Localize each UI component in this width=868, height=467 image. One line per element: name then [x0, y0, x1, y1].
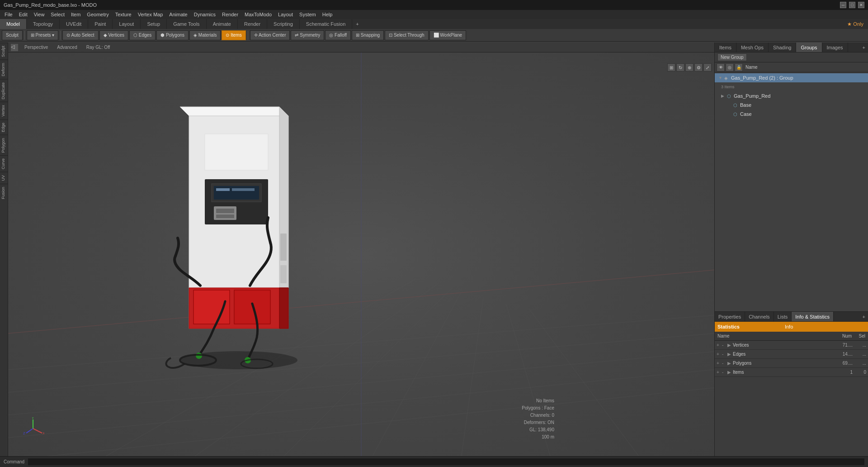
presets-button[interactable]: ⊞ Presets ▾ [27, 30, 58, 40]
stats-tri-polygons[interactable]: ▶ [727, 361, 733, 366]
tab-layout[interactable]: Layout [113, 19, 141, 29]
tab-setup[interactable]: Setup [141, 19, 167, 29]
right-tab-groups[interactable]: Groups [796, 43, 822, 52]
menu-file[interactable]: File [2, 11, 15, 18]
menu-render[interactable]: Render [219, 11, 241, 18]
sidebar-tab-curve[interactable]: Curve [0, 155, 8, 172]
menu-geometry[interactable]: Geometry [84, 11, 111, 18]
tab-uvedit[interactable]: UVEdit [60, 19, 88, 29]
minimize-button[interactable]: ─ [840, 2, 846, 8]
stats-plus-items[interactable]: + [717, 370, 722, 375]
tree-item-case[interactable]: ⬡ Case [715, 110, 868, 119]
stats-tri-vertices[interactable]: ▶ [727, 343, 733, 348]
viewport-nav-left[interactable]: ◁ [11, 44, 18, 51]
stats-plus-polygons[interactable]: + [717, 361, 722, 366]
polygons-button[interactable]: ⬢ Polygons [156, 30, 189, 40]
scene-area[interactable]: X Y Z ⊞ ↻ ⊕ ⚙ ⤢ No Items Polygons : Face… [8, 52, 714, 456]
auto-select-button[interactable]: ⊙ Auto Select [62, 30, 98, 40]
viewport-header: ◁ Perspective Advanced Ray GL: Off [8, 43, 714, 52]
group-icon-eye[interactable]: 👁 [717, 63, 725, 71]
vp-zoom-icon[interactable]: ⊕ [685, 63, 693, 71]
bottom-tab-channels[interactable]: Channels [745, 312, 774, 321]
tree-item-gas-pump-group[interactable]: ▼ ◈ Gas_Pump_Red (2) : Group [715, 73, 868, 82]
vp-refresh-icon[interactable]: ↻ [676, 63, 684, 71]
right-tab-add[interactable]: + [860, 43, 868, 52]
tab-render[interactable]: Render [238, 19, 267, 29]
maximize-button[interactable]: □ [849, 2, 855, 8]
stats-tri-items[interactable]: ▶ [727, 370, 733, 375]
viewport-ray-gl[interactable]: Ray GL: Off [84, 44, 113, 51]
new-group-button[interactable]: New Group [717, 53, 747, 61]
right-tab-items[interactable]: Items [715, 43, 736, 52]
right-tab-mesh-ops[interactable]: Mesh Ops [736, 43, 769, 52]
stats-dash-edges[interactable]: - [722, 352, 727, 357]
stats-plus-edges[interactable]: + [717, 352, 722, 357]
tree-item-base[interactable]: ⬡ Base [715, 100, 868, 110]
menu-item[interactable]: Item [68, 11, 83, 18]
vp-settings-icon[interactable]: ⚙ [694, 63, 703, 71]
menu-dynamics[interactable]: Dynamics [191, 11, 218, 18]
menu-vertex-map[interactable]: Vertex Map [135, 11, 166, 18]
menu-animate[interactable]: Animate [166, 11, 190, 18]
falloff-button[interactable]: ◎ Falloff [325, 30, 351, 40]
svg-line-39 [26, 429, 33, 433]
sidebar-tab-edge[interactable]: Edge [0, 119, 8, 135]
menu-help[interactable]: Help [320, 11, 335, 18]
sidebar-tab-fusion[interactable]: Fusion [0, 184, 8, 202]
menu-system[interactable]: System [297, 11, 319, 18]
sidebar-tab-uv[interactable]: UV [0, 172, 8, 184]
menu-select[interactable]: Select [48, 11, 67, 18]
tree-item-gas-pump-red[interactable]: ▶ ⬡ Gas_Pump_Red [715, 91, 868, 100]
symmetry-button[interactable]: ⇌ Symmetry [291, 30, 324, 40]
menu-edit[interactable]: Edit [16, 11, 30, 18]
materials-button[interactable]: ◈ Materials [189, 30, 221, 40]
menu-texture[interactable]: Texture [113, 11, 134, 18]
group-icon-render[interactable]: ◎ [726, 63, 734, 71]
stats-dash-items[interactable]: - [722, 370, 727, 375]
tab-topology[interactable]: Topology [27, 19, 60, 29]
right-tab-shading[interactable]: Shading [769, 43, 796, 52]
sidebar-tab-duplicate[interactable]: Duplicate [0, 79, 8, 102]
sidebar-tab-polygon[interactable]: Polygon [0, 135, 8, 156]
bottom-tab-properties[interactable]: Properties [715, 312, 745, 321]
snapping-button[interactable]: ⊞ Snapping [352, 30, 384, 40]
viewport-perspective[interactable]: Perspective [22, 44, 51, 51]
stats-plus-vertices[interactable]: + [717, 343, 722, 348]
stats-tri-edges[interactable]: ▶ [727, 352, 733, 357]
tab-schematic-fusion[interactable]: Schematic Fusion [300, 19, 352, 29]
bottom-tab-lists[interactable]: Lists [774, 312, 792, 321]
stats-dash-polygons[interactable]: - [722, 361, 727, 366]
bottom-tab-info-stats[interactable]: Info & Statistics [792, 312, 834, 321]
scene-tree[interactable]: ▼ ◈ Gas_Pump_Red (2) : Group 3 Items ▶ ⬡… [715, 72, 868, 311]
bottom-tab-add[interactable]: + [860, 312, 868, 321]
command-input[interactable] [28, 458, 864, 465]
right-tab-images[interactable]: Images [822, 43, 848, 52]
titlebar: Gas_Pump_Red_modo_base.lxo - MODO ─ □ ✕ [0, 0, 868, 10]
edges-button[interactable]: ⬡ Edges [129, 30, 156, 40]
tab-add-button[interactable]: + [352, 19, 362, 29]
menu-maxtomodo[interactable]: MaxToModo [242, 11, 274, 18]
viewport[interactable]: ◁ Perspective Advanced Ray GL: Off [8, 43, 714, 456]
tab-animate[interactable]: Animate [207, 19, 238, 29]
sculpt-button[interactable]: Sculpt [2, 30, 23, 40]
select-through-button[interactable]: ⊡ Select Through [385, 30, 428, 40]
sidebar-tab-sculpt[interactable]: Sculpt [0, 43, 8, 60]
tab-model[interactable]: Model [0, 19, 27, 29]
tab-scripting[interactable]: Scripting [267, 19, 300, 29]
sidebar-tab-vertex[interactable]: Vertex [0, 102, 8, 119]
workplane-button[interactable]: ⬜ WorkPlane [429, 30, 467, 40]
group-icon-lock[interactable]: 🔒 [735, 63, 743, 71]
vertices-button[interactable]: ◆ Vertices [99, 30, 128, 40]
viewport-advanced[interactable]: Advanced [54, 44, 80, 51]
tab-game-tools[interactable]: Game Tools [167, 19, 207, 29]
items-button[interactable]: ⊙ Items [222, 30, 245, 40]
vp-maximize-icon[interactable]: ⤢ [703, 63, 712, 71]
stats-dash-vertices[interactable]: - [722, 343, 727, 348]
vp-home-icon[interactable]: ⊞ [667, 63, 675, 71]
tab-paint[interactable]: Paint [88, 19, 113, 29]
menu-layout[interactable]: Layout [275, 11, 296, 18]
menu-view[interactable]: View [31, 11, 47, 18]
action-center-button[interactable]: ✛ Action Center [250, 30, 290, 40]
sidebar-tab-deform[interactable]: Deform [0, 60, 8, 79]
close-button[interactable]: ✕ [858, 2, 864, 8]
